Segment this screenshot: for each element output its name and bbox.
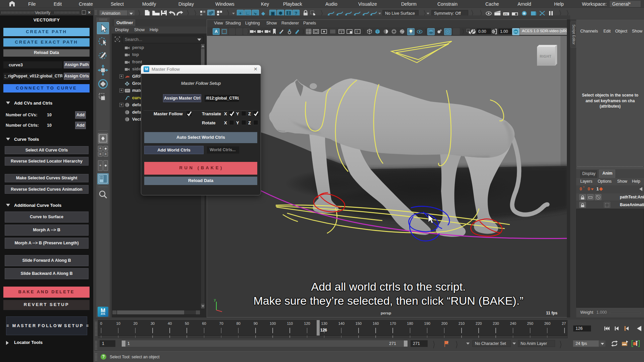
svg-text:ON: ON	[514, 31, 518, 33]
svg-text:+: +	[447, 341, 449, 344]
svg-text:RIGHT: RIGHT	[540, 54, 551, 58]
svg-text:IPR: IPR	[504, 13, 508, 15]
svg-text:T: T	[356, 30, 358, 34]
